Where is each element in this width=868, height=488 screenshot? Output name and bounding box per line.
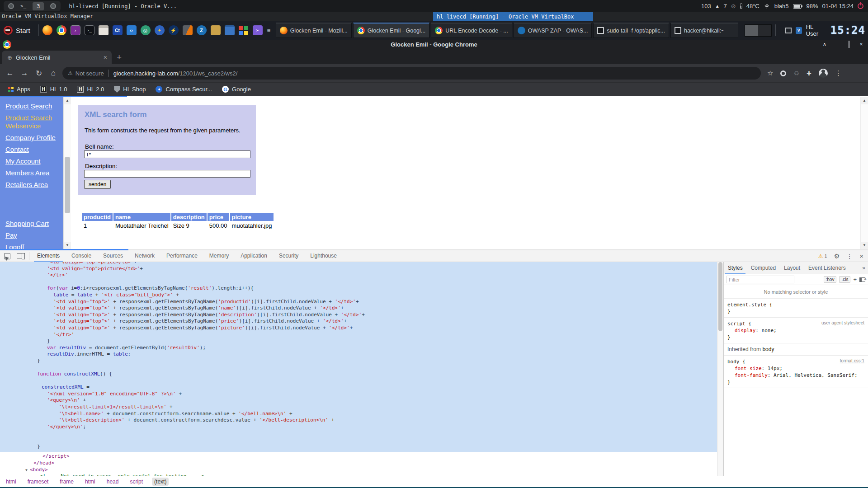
task-button[interactable]: URL Encode Decode - ... <box>431 23 512 38</box>
sidebar-link[interactable]: Product Search <box>5 102 61 110</box>
script-close-tag[interactable]: </script> <box>0 453 717 460</box>
elements-scrollbar[interactable] <box>717 262 723 476</box>
bookmark-google[interactable]: G Google <box>222 86 251 93</box>
style-rule-element[interactable]: element.style { } <box>724 299 868 318</box>
devtools-tab-console[interactable]: Console <box>66 250 96 262</box>
cpu-value[interactable]: 7 <box>724 3 727 9</box>
devtools-tab-elements[interactable]: Elements <box>32 250 65 262</box>
breadcrumb-item[interactable]: frame <box>57 478 76 486</box>
reload-icon[interactable]: ↻ <box>32 69 46 78</box>
clock-datetime[interactable]: 01-04 15:24 <box>822 3 854 9</box>
lamp-app-icon[interactable] <box>211 25 221 35</box>
owasp-zap-icon[interactable]: Z <box>197 25 207 35</box>
devtools-close-icon[interactable]: × <box>859 252 863 260</box>
vm-window-titlebar[interactable]: hl-livecd [Running] - Oracle VM VirtualB… <box>433 12 593 21</box>
senden-button[interactable]: senden <box>84 180 111 189</box>
pseudo-state-toggle[interactable]: :hov <box>824 276 837 283</box>
qtcreator-icon[interactable]: Ct <box>113 25 123 35</box>
styles-tab-computed[interactable]: Computed <box>747 263 780 274</box>
task-button[interactable]: sudo tail -f /opt/applic... <box>593 23 669 38</box>
bookmark-hl20[interactable]: H HL 2.0 <box>77 86 104 93</box>
tab-close-icon[interactable]: × <box>104 54 107 61</box>
terminal-icon[interactable]: >_ <box>20 3 26 9</box>
task-button[interactable]: OWASP ZAP - OWAS... <box>514 23 592 38</box>
bookmark-apps[interactable]: Apps <box>8 86 30 93</box>
more-tabs-icon[interactable]: » <box>862 265 868 271</box>
chrome-menu-icon[interactable]: ⋮ <box>835 69 842 77</box>
styles-scroll-up-icon[interactable]: ▲ <box>863 277 867 281</box>
bookmark-hlshop[interactable]: HL Shop <box>114 86 146 93</box>
chrome-icon[interactable] <box>57 25 66 35</box>
sidebar-link[interactable]: Members Area <box>5 169 61 177</box>
sidebar-link[interactable]: Company Profile <box>5 134 61 142</box>
app-indicator-icon[interactable] <box>50 3 56 9</box>
console-warning-badge[interactable]: ⚠ 1 <box>818 253 827 259</box>
devtools-menu-icon[interactable]: ⋮ <box>846 253 853 260</box>
bluebird-app-icon[interactable]: ✦ <box>155 25 165 35</box>
scroll-down-icon[interactable]: ▼ <box>64 242 71 249</box>
sidebar-link[interactable]: Shopping Cart <box>5 220 61 228</box>
updates-count[interactable]: 103 <box>701 3 711 9</box>
task-button[interactable]: Glocken Emil - Googl... <box>353 23 430 38</box>
scrollbar-thumb[interactable] <box>718 262 722 331</box>
lightning-app-icon[interactable]: ⚡ <box>169 25 179 35</box>
dom-tree-tail[interactable]: </script> </head> ▼<body> <!-- Not used … <box>0 452 717 476</box>
address-bar[interactable]: ⚠ Not secure glocken.hacking-lab.com/120… <box>62 67 761 80</box>
bookmark-star-icon[interactable]: ☆ <box>767 69 773 77</box>
sidebar-link[interactable]: Pay <box>5 231 61 239</box>
devtools-tab-lighthouse[interactable]: Lighthouse <box>305 250 342 262</box>
home-icon[interactable]: ⌂ <box>46 69 61 78</box>
firefox-icon[interactable] <box>42 25 52 35</box>
start-menu-icon[interactable] <box>4 26 13 35</box>
screenshot-tool-icon[interactable]: ✂ <box>253 25 263 35</box>
file-manager-icon[interactable] <box>99 25 108 35</box>
breadcrumb-item[interactable]: frameset <box>25 478 51 486</box>
add-rule-icon[interactable]: + <box>853 276 857 283</box>
back-icon[interactable]: ← <box>3 69 17 78</box>
menu-lines-icon[interactable]: ≡ <box>267 25 271 35</box>
profile-avatar[interactable] <box>819 69 828 78</box>
devtools-settings-icon[interactable]: ⚙ <box>834 253 840 260</box>
windows-logo-icon[interactable] <box>239 25 249 35</box>
terminal-purple-icon[interactable]: › <box>71 25 80 35</box>
forward-icon[interactable]: → <box>17 69 32 78</box>
maximize-icon[interactable] <box>849 41 849 48</box>
devtools-tab-network[interactable]: Network <box>130 250 160 262</box>
breadcrumb-item[interactable]: script <box>127 478 145 486</box>
head-close-tag[interactable]: </head> <box>0 460 717 467</box>
extensions-puzzle-icon[interactable]: ✚ <box>807 70 811 77</box>
inspect-element-icon[interactable] <box>4 253 10 259</box>
terminal-dark-icon[interactable]: ›_ <box>85 25 94 35</box>
style-rule-body[interactable]: format.css:1 body { font-size14px font-f… <box>724 356 868 388</box>
bookmark-compass[interactable]: ✦ Compass Secur... <box>156 86 212 93</box>
close-window-icon[interactable]: × <box>858 41 864 47</box>
new-tab-button[interactable]: + <box>117 52 122 62</box>
url-path[interactable]: /12001/ws_case2/ws2/ <box>178 70 238 77</box>
devtools-code[interactable]: '<td valign="top">price</td>'+'<td valig… <box>0 262 717 452</box>
wifi-network-name[interactable]: blah5 <box>774 3 789 9</box>
breadcrumb-item[interactable]: (text) <box>152 478 169 486</box>
task-button[interactable]: Glocken Emil - Mozill... <box>276 23 352 38</box>
shade-window-icon[interactable]: ∧ <box>821 41 828 47</box>
devtools-tab-sources[interactable]: Sources <box>98 250 128 262</box>
recycle-extension-icon[interactable]: ♻ <box>793 70 799 77</box>
sidebar-link[interactable]: Contact <box>5 145 61 154</box>
styles-tab-layout[interactable]: Layout <box>780 263 804 274</box>
task-button[interactable]: hacker@hlkali:~ <box>670 23 738 38</box>
scrollbar-thumb[interactable] <box>65 157 70 213</box>
temperature-value[interactable]: 48°C <box>746 3 760 9</box>
workspace-indicator[interactable]: 3 <box>33 2 44 10</box>
styles-tab-styles[interactable]: Styles <box>724 263 747 274</box>
styles-tab-event-listeners[interactable]: Event Listeners <box>804 263 850 274</box>
power-icon[interactable] <box>858 3 863 9</box>
wifi-icon[interactable] <box>764 4 770 9</box>
url-host[interactable]: glocken.hacking-lab.com <box>113 70 178 77</box>
sidebar-link[interactable]: My Account <box>5 157 61 165</box>
mic-muted-icon[interactable]: ⊘ <box>731 3 736 9</box>
burpsuite-icon[interactable] <box>183 25 193 35</box>
sidebar-link[interactable]: Logoff <box>5 243 61 249</box>
folder-blue-icon[interactable] <box>225 25 235 35</box>
stylesheet-link[interactable]: format.css:1 <box>840 358 864 363</box>
display-tray-icon[interactable] <box>785 28 792 33</box>
app-indicator-icon[interactable] <box>8 3 14 9</box>
